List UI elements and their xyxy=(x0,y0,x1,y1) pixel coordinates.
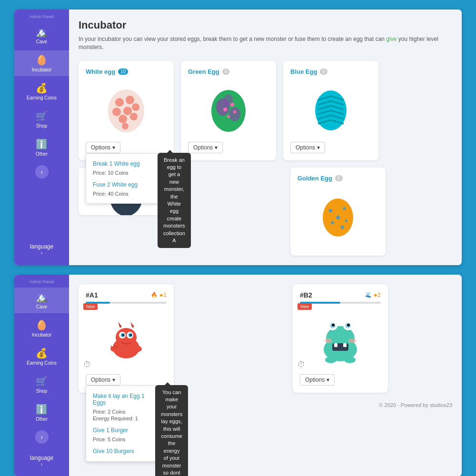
svg-point-11 xyxy=(229,107,240,121)
green-egg-name: Green Egg xyxy=(188,68,219,75)
sidebar-item-other[interactable]: ℹ️ Other xyxy=(14,135,69,160)
cave-icon: 🏔️ xyxy=(36,26,48,38)
give-burger-price: Price: 5 Coins xyxy=(86,436,161,445)
sidebar-item-other-2[interactable]: ℹ️ Other xyxy=(14,400,69,426)
white-egg-name: White egg xyxy=(86,68,115,75)
blue-egg-options-button[interactable]: Options ▾ xyxy=(290,142,325,153)
svg-point-15 xyxy=(227,115,230,118)
svg-point-57 xyxy=(344,357,356,363)
options-chevron: ▾ xyxy=(317,144,320,151)
svg-point-50 xyxy=(347,324,350,327)
sidebar-item-shop-2[interactable]: 🛒 Shop xyxy=(14,372,69,397)
earning-label-2: Earning Coins xyxy=(27,360,57,366)
sidebar-item-shop[interactable]: 🛒 Shop xyxy=(14,107,69,132)
incubator-icon: 🥚 xyxy=(36,54,48,66)
language-arrow[interactable]: › xyxy=(30,250,53,256)
options-label: Options xyxy=(305,377,325,383)
incubator-icon-2: 🥚 xyxy=(36,319,48,331)
svg-point-1 xyxy=(115,98,124,107)
fire-icon: 🔥 xyxy=(151,292,158,298)
page-description: In your incubator you can view your stor… xyxy=(79,35,452,51)
shop-label-2: Shop xyxy=(36,388,47,394)
sidebar-item-cave-2[interactable]: 🏔️ Cave xyxy=(14,288,69,313)
other-icon-2: ℹ️ xyxy=(36,404,48,415)
white-egg-options-button[interactable]: Options ▾ xyxy=(86,142,120,153)
red-monster-svg xyxy=(105,315,148,362)
nav-forward-button-2[interactable]: › xyxy=(35,430,49,444)
break-egg-option[interactable]: Break 1 White egg xyxy=(86,158,161,170)
water-icon: 🌊 xyxy=(365,292,372,298)
cave-label: Cave xyxy=(36,39,47,44)
sidebar-item-incubator-2[interactable]: 🥚 Incubator xyxy=(14,316,69,341)
lay-egg-tooltip: You can make your monsters lay eggs, thi… xyxy=(155,385,188,476)
other-icon: ℹ️ xyxy=(36,139,48,150)
lay-egg-option[interactable]: Make it lay an Egg 1 Eggs xyxy=(86,390,161,409)
cave-screen: Admin Panel 🏔️ Cave 🥚 Incubator 💰 Earnin… xyxy=(14,275,462,476)
svg-point-5 xyxy=(132,103,139,111)
fuse-egg-price: Price: 40 Coins xyxy=(86,191,161,199)
green-egg-options-button[interactable]: Options ▾ xyxy=(188,142,223,153)
sidebar-item-earning-2[interactable]: 💰 Earning Coins xyxy=(14,344,69,369)
shop-icon-2: 🛒 xyxy=(36,376,48,387)
sidebar-incubator: Admin Panel 🏔️ Cave 🥚 Incubator 💰 Earnin… xyxy=(14,10,69,265)
options-chevron: ▾ xyxy=(215,144,218,151)
incubator-label: Incubator xyxy=(32,67,52,72)
language-arrow-2[interactable]: › xyxy=(30,462,53,467)
shop-icon: 🛒 xyxy=(36,110,48,122)
monster-a1-options-button[interactable]: Options ▾ xyxy=(86,374,120,386)
energy-icon: ●1 xyxy=(159,291,167,298)
white-egg-image xyxy=(86,80,167,137)
break-egg-tooltip: Break an egg to get a new monster, the W… xyxy=(158,153,191,248)
svg-point-32 xyxy=(122,334,124,336)
lay-egg-energy: Energy Required: 1 xyxy=(86,416,161,424)
sidebar-item-incubator[interactable]: 🥚 Incubator xyxy=(14,50,69,76)
monster-a1-image xyxy=(86,307,167,369)
cave-icon-2: 🏔️ xyxy=(36,291,48,303)
eggs-grid: White egg 10 xyxy=(79,61,452,160)
green-egg-image xyxy=(188,80,269,137)
svg-point-2 xyxy=(126,96,134,104)
shop-label: Shop xyxy=(36,123,47,129)
cave-main: #A1 🔥 ●1 New xyxy=(69,275,462,476)
fuse-egg-option[interactable]: Fuse 2 White egg xyxy=(86,178,161,191)
earning-icon: 💰 xyxy=(36,82,48,94)
language-label-2: language xyxy=(30,455,53,461)
incubator-screen: Admin Panel 🏔️ Cave 🥚 Incubator 💰 Earnin… xyxy=(14,10,462,265)
svg-text:★: ★ xyxy=(342,205,347,212)
sidebar-item-earning[interactable]: 💰 Earning Coins xyxy=(14,79,69,104)
monster-a1-id: #A1 xyxy=(86,291,98,299)
svg-text:★: ★ xyxy=(344,218,348,223)
svg-point-55 xyxy=(348,338,356,343)
svg-point-14 xyxy=(230,103,234,107)
svg-point-4 xyxy=(123,107,132,115)
monster-a1-stats: 🔥 ●1 xyxy=(151,291,167,298)
white-egg-card: White egg 10 xyxy=(79,61,174,160)
options-chevron: ▾ xyxy=(112,144,115,151)
white-egg-svg xyxy=(106,83,147,133)
svg-point-6 xyxy=(119,115,127,123)
options-chevron: ▾ xyxy=(112,377,115,383)
language-label: language xyxy=(30,243,53,250)
clock-icon-b2: ⏱ xyxy=(298,360,305,369)
svg-text:★: ★ xyxy=(330,219,335,226)
svg-text:★: ★ xyxy=(335,213,341,221)
give-burger-option[interactable]: Give 1 Burger xyxy=(86,424,161,436)
green-egg-title: Green Egg 0 xyxy=(188,68,269,75)
sidebar-item-cave[interactable]: 🏔️ Cave xyxy=(14,22,69,48)
new-badge-b2: New xyxy=(298,303,312,310)
give-burgers-option[interactable]: Give 10 Burgers xyxy=(86,445,161,457)
green-egg-svg xyxy=(208,83,249,133)
monster-a1-dropdown: Make it lay an Egg 1 Eggs Price: 2 Coins… xyxy=(86,386,162,462)
cave-label-2: Cave xyxy=(36,304,47,309)
golden-egg-svg: ★ ★ ★ ★ ★ ★ xyxy=(320,194,356,237)
svg-marker-34 xyxy=(118,322,122,328)
monster-b2-options-button[interactable]: Options ▾ xyxy=(300,374,335,386)
monster-b2-image xyxy=(300,307,381,369)
white-egg-dropdown: Break 1 White egg Price: 10 Coins Break … xyxy=(86,153,162,204)
admin-panel-label: Admin Panel xyxy=(30,14,54,19)
blue-egg-svg xyxy=(313,86,349,131)
blue-egg-name: Blue Egg xyxy=(290,68,317,75)
nav-forward-button[interactable]: › xyxy=(35,165,49,178)
svg-rect-53 xyxy=(343,343,347,347)
monster-a1-card: #A1 🔥 ●1 New xyxy=(79,284,174,393)
